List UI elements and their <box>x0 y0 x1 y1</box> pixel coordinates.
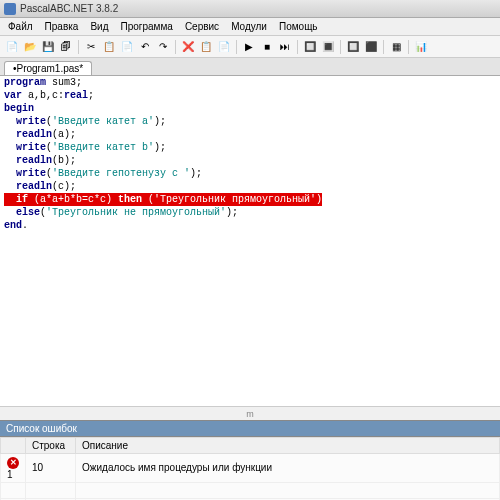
horizontal-scrollbar[interactable]: m <box>0 406 500 420</box>
toolbar-btn-7[interactable]: 📄 <box>119 39 135 55</box>
error-panel-header[interactable]: Список ошибок <box>0 420 500 437</box>
code-line[interactable]: write('Введите гепотенузу c '); <box>0 167 500 180</box>
toolbar-btn-19[interactable]: 🔲 <box>302 39 318 55</box>
toolbar-btn-23[interactable]: ⬛ <box>363 39 379 55</box>
code-line[interactable]: end. <box>0 219 500 232</box>
scroll-marker: m <box>246 409 254 419</box>
toolbar-btn-0[interactable]: 📄 <box>4 39 20 55</box>
toolbar-btn-16[interactable]: ■ <box>259 39 275 55</box>
error-col-header[interactable] <box>1 438 26 454</box>
toolbar-btn-11[interactable]: ❌ <box>180 39 196 55</box>
toolbar-btn-17[interactable]: ⏭ <box>277 39 293 55</box>
error-row[interactable]: ✕ 110Ожидалось имя процедуры или функции <box>1 454 500 483</box>
toolbar-separator <box>408 40 409 54</box>
code-line[interactable]: else('Треугольник не прямоугольный'); <box>0 206 500 219</box>
toolbar-btn-15[interactable]: ▶ <box>241 39 257 55</box>
code-line[interactable]: readln(c); <box>0 180 500 193</box>
toolbar-btn-20[interactable]: 🔳 <box>320 39 336 55</box>
toolbar-btn-27[interactable]: 📊 <box>413 39 429 55</box>
toolbar-btn-22[interactable]: 🔲 <box>345 39 361 55</box>
toolbar-btn-1[interactable]: 📂 <box>22 39 38 55</box>
toolbar-separator <box>236 40 237 54</box>
error-description: Ожидалось имя процедуры или функции <box>76 454 500 483</box>
titlebar: PascalABC.NET 3.8.2 <box>0 0 500 18</box>
code-line[interactable]: program sum3; <box>0 76 500 89</box>
error-row-empty <box>1 482 500 498</box>
code-line[interactable]: readln(b); <box>0 154 500 167</box>
tab-program1[interactable]: •Program1.pas* <box>4 61 92 75</box>
toolbar-btn-2[interactable]: 💾 <box>40 39 56 55</box>
toolbar-separator <box>383 40 384 54</box>
error-index: 1 <box>7 469 13 480</box>
menu-Помощь[interactable]: Помощь <box>273 21 324 32</box>
menubar: ФайлПравкаВидПрограммаСервисМодулиПомощь <box>0 18 500 36</box>
code-editor[interactable]: program sum3;var a,b,c:real;begin write(… <box>0 76 500 406</box>
menu-Программа[interactable]: Программа <box>114 21 178 32</box>
code-line[interactable]: write('Введите катет a'); <box>0 115 500 128</box>
toolbar-btn-13[interactable]: 📄 <box>216 39 232 55</box>
error-col-header[interactable]: Описание <box>76 438 500 454</box>
code-line[interactable]: if (a*a+b*b=c*c) then ('Треугольник прям… <box>0 193 500 206</box>
code-line[interactable]: write('Введите катет b'); <box>0 141 500 154</box>
toolbar-separator <box>78 40 79 54</box>
toolbar-btn-8[interactable]: ↶ <box>137 39 153 55</box>
toolbar-separator <box>340 40 341 54</box>
error-line-no: 10 <box>26 454 76 483</box>
toolbar-btn-12[interactable]: 📋 <box>198 39 214 55</box>
toolbar-btn-5[interactable]: ✂ <box>83 39 99 55</box>
menu-Вид[interactable]: Вид <box>84 21 114 32</box>
code-line[interactable]: readln(a); <box>0 128 500 141</box>
toolbar-btn-9[interactable]: ↷ <box>155 39 171 55</box>
toolbar-btn-6[interactable]: 📋 <box>101 39 117 55</box>
toolbar-separator <box>297 40 298 54</box>
error-col-header[interactable]: Строка <box>26 438 76 454</box>
menu-Сервис[interactable]: Сервис <box>179 21 225 32</box>
app-icon <box>4 3 16 15</box>
error-table: СтрокаОписание ✕ 110Ожидалось имя процед… <box>0 437 500 500</box>
toolbar-separator <box>175 40 176 54</box>
menu-Файл[interactable]: Файл <box>2 21 39 32</box>
code-line[interactable]: begin <box>0 102 500 115</box>
toolbar-btn-25[interactable]: ▦ <box>388 39 404 55</box>
app-title: PascalABC.NET 3.8.2 <box>20 3 118 14</box>
code-line[interactable]: var a,b,c:real; <box>0 89 500 102</box>
toolbar-btn-3[interactable]: 🗐 <box>58 39 74 55</box>
toolbar: 📄📂💾🗐✂📋📄↶↷❌📋📄▶■⏭🔲🔳🔲⬛▦📊 <box>0 36 500 58</box>
menu-Модули[interactable]: Модули <box>225 21 273 32</box>
menu-Правка[interactable]: Правка <box>39 21 85 32</box>
tabbar: •Program1.pas* <box>0 58 500 76</box>
error-icon: ✕ <box>7 457 19 469</box>
